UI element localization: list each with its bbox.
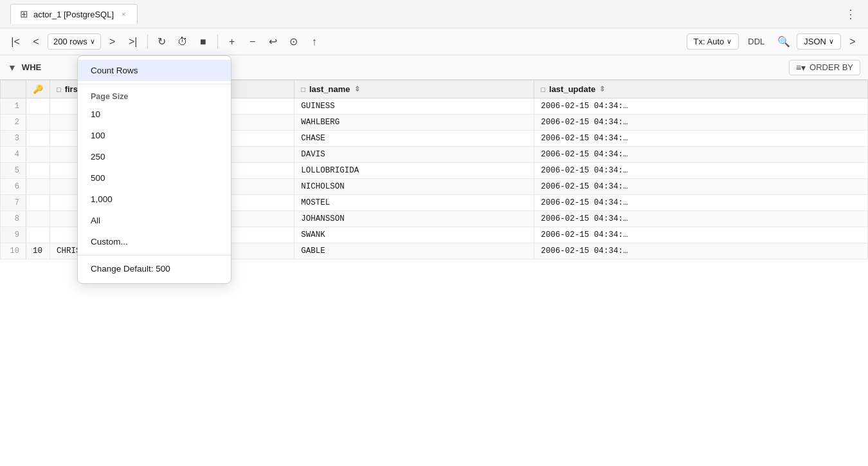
page-size-custom-label: Custom...: [91, 237, 128, 247]
last-update-cell: 2006-02-15 04:34:…: [534, 115, 868, 131]
id-cell: [26, 131, 50, 147]
last-update-cell: 2006-02-15 04:34:…: [534, 195, 868, 211]
next-page-button[interactable]: >: [104, 33, 122, 50]
title-bar-menu-button[interactable]: ⋮: [845, 7, 858, 21]
page-size-100-option[interactable]: 100: [78, 125, 231, 146]
add-row-button[interactable]: +: [223, 33, 241, 50]
divider-2: [217, 35, 218, 49]
first-page-button[interactable]: |<: [6, 33, 24, 50]
last-update-cell: 2006-02-15 04:34:…: [534, 98, 868, 115]
last-update-sort-icon[interactable]: ⇕: [599, 85, 605, 93]
row-number-cell: 3: [1, 131, 26, 147]
last-name-cell: GABLE: [294, 243, 534, 259]
order-by-button[interactable]: ≡▾ ORDER BY: [789, 60, 860, 75]
search-button[interactable]: 🔍: [773, 33, 794, 50]
id-cell: [26, 211, 50, 227]
row-number-cell: 5: [1, 163, 26, 179]
page-size-all-option[interactable]: All: [78, 210, 231, 231]
ddl-button[interactable]: DDL: [741, 34, 771, 49]
last-update-cell: 2006-02-15 04:34:…: [534, 211, 868, 227]
last-name-cell: JOHANSSON: [294, 211, 534, 227]
row-number-cell: 1: [1, 98, 26, 115]
order-by-icon: ≡▾: [796, 62, 806, 73]
tab-close-button[interactable]: ×: [119, 9, 128, 19]
json-chevron-icon: ∨: [829, 37, 834, 46]
page-size-250-label: 250: [91, 152, 105, 162]
last-name-cell: NICHOLSON: [294, 179, 534, 195]
filter-icon: ▼: [8, 62, 17, 73]
id-cell: [26, 179, 50, 195]
page-size-500-option[interactable]: 500: [78, 167, 231, 189]
transaction-label: Tx: Auto: [694, 37, 725, 46]
last-name-header[interactable]: □ last_name ⇕: [294, 80, 534, 98]
row-num-header: [1, 80, 26, 98]
title-tab[interactable]: ⊞ actor_1 [PostgreSQL] ×: [10, 4, 138, 24]
toolbar-right: Tx: Auto ∨ DDL 🔍 JSON ∨ >: [687, 33, 862, 50]
last-name-label: last_name: [309, 84, 350, 94]
history-button[interactable]: ⏱: [174, 33, 192, 50]
count-rows-option[interactable]: Count Rows: [78, 60, 231, 81]
last-name-cell: GUINESS: [294, 98, 534, 115]
page-size-10-label: 10: [91, 109, 100, 119]
page-size-all-label: All: [91, 216, 100, 225]
last-name-type-icon: □: [301, 86, 305, 93]
last-page-button[interactable]: >|: [124, 33, 142, 50]
rows-dropdown-menu: Count Rows Page Size 10 100 250 500 1,00…: [77, 55, 231, 284]
rows-dropdown[interactable]: 200 rows ∨: [48, 33, 101, 50]
count-rows-label: Count Rows: [91, 66, 138, 75]
row-number-cell: 2: [1, 115, 26, 131]
where-label: WHE: [22, 62, 41, 72]
forward-button[interactable]: >: [844, 33, 862, 50]
dropdown-divider-2: [78, 255, 231, 256]
chevron-down-icon: ∨: [90, 37, 95, 46]
id-cell: [26, 195, 50, 211]
page-size-500-label: 500: [91, 173, 105, 183]
last-name-cell: CHASE: [294, 131, 534, 147]
change-default-label: Change Default: 500: [91, 264, 170, 274]
undo-button[interactable]: ↩: [264, 33, 282, 50]
stop-button[interactable]: ■: [194, 33, 212, 50]
remove-row-button[interactable]: −: [244, 33, 262, 50]
json-button[interactable]: JSON ∨: [797, 33, 841, 50]
last-update-cell: 2006-02-15 04:34:…: [534, 131, 868, 147]
page-size-custom-option[interactable]: Custom...: [78, 231, 231, 252]
last-update-cell: 2006-02-15 04:34:…: [534, 147, 868, 163]
last-update-cell: 2006-02-15 04:34:…: [534, 179, 868, 195]
key-icon: 🔑: [33, 84, 43, 94]
change-default-option[interactable]: Change Default: 500: [78, 258, 231, 279]
first-name-type-icon: □: [57, 86, 61, 93]
row-number-cell: 9: [1, 227, 26, 243]
last-name-cell: DAVIS: [294, 147, 534, 163]
copy-button[interactable]: ⊙: [285, 33, 303, 50]
page-size-100-label: 100: [91, 131, 105, 140]
page-size-10-option[interactable]: 10: [78, 104, 231, 125]
last-name-sort-icon[interactable]: ⇕: [354, 85, 360, 93]
tab-title: actor_1 [PostgreSQL]: [33, 10, 114, 19]
last-update-cell: 2006-02-15 04:34:…: [534, 243, 868, 259]
id-cell: [26, 98, 50, 115]
tx-chevron-icon: ∨: [727, 37, 732, 46]
filter-right: ≡▾ ORDER BY: [789, 60, 860, 75]
dropdown-divider-1: [78, 84, 231, 84]
last-name-cell: MOSTEL: [294, 195, 534, 211]
last-name-cell: SWANK: [294, 227, 534, 243]
id-cell: 10: [26, 243, 50, 259]
row-number-cell: 10: [1, 243, 26, 259]
divider-1: [147, 35, 148, 49]
transaction-button[interactable]: Tx: Auto ∨: [687, 33, 739, 50]
rows-dropdown-label: 200 rows: [53, 37, 87, 46]
id-cell: [26, 163, 50, 179]
page-size-1000-option[interactable]: 1,000: [78, 189, 231, 210]
page-size-250-option[interactable]: 250: [78, 146, 231, 167]
last-update-cell: 2006-02-15 04:34:…: [534, 163, 868, 179]
refresh-button[interactable]: ↻: [153, 33, 171, 50]
title-bar: ⊞ actor_1 [PostgreSQL] × ⋮: [0, 0, 868, 28]
last-name-cell: WAHLBERG: [294, 115, 534, 131]
json-label: JSON: [804, 37, 826, 46]
last-update-header[interactable]: □ last_update ⇕: [534, 80, 868, 98]
last-update-label: last_update: [549, 84, 595, 94]
last-update-cell: 2006-02-15 04:34:…: [534, 227, 868, 243]
prev-page-button[interactable]: <: [27, 33, 45, 50]
upload-button[interactable]: ↑: [305, 33, 323, 50]
id-cell: [26, 147, 50, 163]
